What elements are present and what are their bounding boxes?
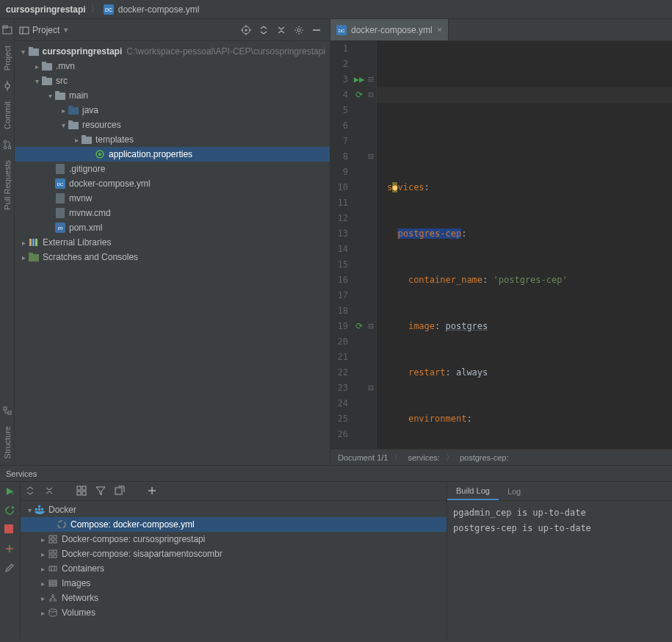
tree-java[interactable]: ▸java — [15, 103, 330, 118]
project-tool-label[interactable]: Project — [3, 46, 12, 71]
svg-text:DC: DC — [57, 182, 64, 187]
breadcrumb-postgres[interactable]: postgres-cep: — [460, 453, 509, 462]
svg-rect-84 — [49, 580, 57, 582]
svg-point-89 — [54, 599, 57, 602]
expand-all-icon[interactable] — [25, 486, 37, 497]
libraries-icon — [28, 237, 40, 248]
yaml-file-icon: DC — [104, 4, 114, 15]
tree-templates[interactable]: ▸templates — [15, 132, 330, 147]
folder-icon — [81, 134, 93, 145]
stop-icon[interactable] — [4, 524, 16, 536]
svg-rect-43 — [56, 193, 65, 203]
project-header: Project ▼ — [15, 19, 330, 41]
folder-icon — [54, 90, 66, 101]
svg-text:DC: DC — [105, 7, 112, 12]
commit-tool-icon[interactable] — [2, 81, 12, 91]
log-tab[interactable]: Log — [499, 482, 530, 500]
svg-point-17 — [245, 29, 248, 31]
networks-icon — [47, 592, 59, 604]
collapse-all-icon[interactable] — [275, 24, 287, 36]
volumes-node[interactable]: ▸Volumes — [21, 605, 447, 620]
edit-icon[interactable] — [4, 563, 16, 574]
networks-node[interactable]: ▸Networks — [21, 591, 447, 605]
tree-scratches[interactable]: ▸Scratches and Consoles — [15, 250, 330, 264]
svg-rect-86 — [49, 585, 57, 586]
fold-column[interactable]: ⊟⊟⊟⊟⊟ — [366, 41, 376, 449]
filter-icon[interactable] — [95, 486, 107, 497]
locate-icon[interactable] — [240, 24, 252, 36]
commit-tool-label[interactable]: Commit — [3, 101, 12, 129]
tree-src[interactable]: ▾src — [15, 73, 330, 88]
tree-app-properties[interactable]: application.properties — [15, 147, 330, 162]
left-tool-strip: Project Commit Pull Requests Structure — [0, 19, 15, 465]
images-node[interactable]: ▸Images — [21, 576, 447, 591]
maven-icon: m — [54, 222, 66, 234]
docker-icon — [34, 504, 46, 516]
settings-icon[interactable] — [293, 24, 305, 36]
structure-tool-icon[interactable] — [2, 405, 12, 416]
svg-rect-63 — [82, 491, 86, 495]
structure-tool-label[interactable]: Structure — [3, 426, 12, 459]
tree-docker-compose[interactable]: DCdocker-compose.yml — [15, 176, 330, 191]
tree-mvn[interactable]: ▸.mvn — [15, 59, 330, 73]
code-editor[interactable]: 1234567891011121314151617181920212223242… — [330, 41, 672, 449]
tab-close-icon[interactable]: × — [437, 24, 443, 35]
deploy-icon[interactable]: + — [4, 486, 16, 498]
loading-icon — [56, 519, 68, 530]
tree-resources[interactable]: ▾resources — [15, 118, 330, 132]
containers-node[interactable]: ▸Containers — [21, 561, 447, 576]
build-log-tab[interactable]: Build Log — [447, 482, 499, 500]
services-tree[interactable]: ▾Docker Compose: docker-compose.yml ▸Doc… — [21, 501, 447, 639]
tree-pom[interactable]: mpom.xml — [15, 220, 330, 235]
tree-external-libs[interactable]: ▸External Libraries — [15, 235, 330, 250]
collapse-all-icon[interactable] — [44, 486, 56, 497]
svg-rect-62 — [77, 491, 81, 495]
breadcrumb-project[interactable]: cursospringrestapi — [6, 4, 86, 15]
log-tabs: Build Log Log — [447, 482, 672, 501]
editor-content[interactable]: version: '3.5' s●vices: postgres-cep: co… — [377, 41, 672, 449]
svg-text:+: + — [11, 490, 15, 497]
editor-tabs: DC docker-compose.yml × — [330, 19, 672, 41]
expand-all-icon[interactable] — [258, 24, 270, 36]
project-tree[interactable]: ▾ cursospringrestapi C:\workspace-pessoa… — [15, 41, 330, 465]
tree-main[interactable]: ▾main — [15, 88, 330, 103]
compose-node[interactable]: Compose: docker-compose.yml — [21, 517, 447, 532]
svg-rect-40 — [56, 164, 65, 174]
log-output[interactable]: pgadmin_cep is up-to-date postgres-cep i… — [447, 501, 672, 639]
svg-rect-36 — [82, 137, 92, 144]
dc-node-2[interactable]: ▸Docker-compose: sisapartamentoscombr — [21, 547, 447, 561]
open-tab-icon[interactable] — [115, 486, 126, 497]
svg-point-88 — [50, 599, 52, 602]
svg-point-72 — [58, 521, 65, 528]
svg-rect-61 — [82, 486, 86, 490]
pullreq-tool-label[interactable]: Pull Requests — [3, 160, 12, 210]
group-by-icon[interactable] — [76, 486, 88, 497]
dc-node-1[interactable]: ▸Docker-compose: cursospringrestapi — [21, 532, 447, 547]
gutter-icons[interactable]: ▶▶⟳⟳ — [353, 41, 366, 449]
editor-breadcrumb: Document 1/1 〉 services: 〉 postgres-cep: — [330, 449, 672, 465]
svg-rect-24 — [29, 48, 39, 56]
svg-rect-78 — [54, 550, 57, 553]
file-icon — [54, 207, 66, 219]
tree-mvnw[interactable]: mvnw — [15, 191, 330, 206]
pullreq-tool-icon[interactable] — [2, 140, 12, 150]
breadcrumb-file[interactable]: docker-compose.yml — [118, 4, 200, 15]
tree-root[interactable]: ▾ cursospringrestapi C:\workspace-pessoa… — [15, 44, 330, 59]
breadcrumb-services[interactable]: services: — [408, 453, 439, 462]
tree-mvnwcmd[interactable]: mvnw.cmd — [15, 206, 330, 220]
svg-rect-51 — [29, 253, 33, 255]
svg-rect-31 — [55, 91, 59, 93]
svg-rect-28 — [42, 78, 52, 85]
svg-rect-26 — [42, 63, 52, 71]
tree-gitignore[interactable]: .gitignore — [15, 162, 330, 176]
project-view-dropdown-icon[interactable]: ▼ — [62, 26, 69, 34]
add-service-icon[interactable] — [147, 486, 159, 497]
svg-rect-35 — [68, 120, 73, 123]
project-tool-icon[interactable] — [2, 25, 12, 35]
rerun-icon[interactable] — [4, 505, 16, 517]
scale-icon[interactable] — [4, 544, 16, 555]
editor-tab-docker-compose[interactable]: DC docker-compose.yml × — [330, 19, 449, 40]
hide-icon[interactable] — [311, 24, 322, 36]
docker-node[interactable]: ▾Docker — [21, 502, 447, 517]
line-numbers: 1234567891011121314151617181920212223242… — [330, 41, 353, 449]
